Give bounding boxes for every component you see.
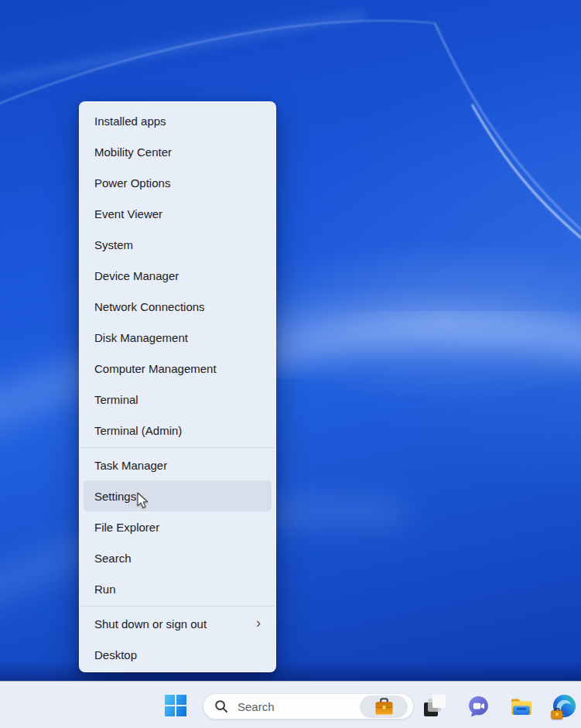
file-explorer-folder-icon (510, 696, 533, 716)
menu-item-search[interactable]: Search (84, 542, 272, 573)
task-view-button[interactable] (420, 691, 449, 720)
menu-item-shut-down-or-sign-out[interactable]: Shut down or sign out› (84, 608, 272, 639)
menu-item-label: Event Viewer (94, 207, 162, 220)
menu-item-power-options[interactable]: Power Options (84, 167, 272, 198)
work-briefcase-badge-icon (551, 708, 563, 719)
windows-logo-icon (165, 695, 186, 716)
taskbar-search-box[interactable]: Search (203, 693, 414, 719)
menu-item-event-viewer[interactable]: Event Viewer (84, 198, 272, 229)
start-button[interactable] (162, 692, 189, 719)
menu-item-computer-management[interactable]: Computer Management (84, 353, 272, 384)
menu-item-desktop[interactable]: Desktop (84, 639, 272, 670)
menu-item-system[interactable]: System (84, 229, 272, 260)
task-view-icon (423, 694, 446, 717)
menu-section: Task ManagerSettingsFile ExplorerSearchR… (80, 449, 275, 604)
menu-item-device-manager[interactable]: Device Manager (84, 260, 272, 291)
menu-item-mobility-center[interactable]: Mobility Center (84, 136, 272, 167)
menu-item-label: Mobility Center (94, 145, 172, 159)
menu-item-label: Terminal (Admin) (94, 424, 182, 437)
submenu-chevron-icon: › (256, 616, 261, 630)
search-icon (214, 699, 228, 713)
menu-item-label: Terminal (94, 393, 138, 406)
mouse-cursor-arrow (136, 492, 149, 509)
menu-item-disk-management[interactable]: Disk Management (84, 322, 272, 353)
menu-item-network-connections[interactable]: Network Connections (84, 291, 272, 322)
menu-item-label: Network Connections (94, 300, 205, 313)
winx-context-menu: Installed appsMobility CenterPower Optio… (79, 101, 276, 672)
menu-item-label: Shut down or sign out (94, 617, 207, 631)
menu-item-settings[interactable]: Settings (84, 480, 272, 511)
menu-item-label: Task Manager (94, 459, 167, 472)
menu-item-file-explorer[interactable]: File Explorer (84, 511, 272, 542)
briefcase-icon (374, 698, 394, 716)
menu-item-terminal[interactable]: Terminal (84, 384, 272, 415)
menu-item-label: Device Manager (94, 269, 179, 282)
search-placeholder: Search (238, 700, 275, 713)
menu-item-label: Installed apps (94, 114, 166, 128)
menu-item-terminal-admin[interactable]: Terminal (Admin) (84, 415, 272, 446)
menu-item-label: Disk Management (94, 331, 188, 344)
menu-item-label: System (94, 238, 133, 251)
menu-item-label: Desktop (94, 648, 137, 661)
file-explorer-button[interactable] (507, 691, 536, 720)
menu-item-task-manager[interactable]: Task Manager (84, 449, 272, 480)
search-highlights-button[interactable] (360, 696, 408, 718)
menu-separator (80, 606, 275, 607)
chat-button[interactable] (463, 691, 493, 720)
menu-section: Installed appsMobility CenterPower Optio… (80, 105, 275, 446)
menu-section: Shut down or sign out›Desktop (80, 608, 275, 670)
menu-item-installed-apps[interactable]: Installed apps (84, 105, 272, 136)
menu-item-label: Power Options (94, 176, 170, 190)
menu-item-label: Run (94, 583, 116, 596)
menu-item-label: File Explorer (94, 521, 159, 534)
menu-item-label: Settings (94, 490, 136, 503)
edge-button[interactable] (549, 691, 579, 720)
chat-video-icon (467, 695, 490, 717)
taskbar: Search (0, 681, 581, 728)
menu-item-label: Search (94, 552, 132, 565)
menu-separator (80, 447, 275, 448)
menu-item-label: Computer Management (94, 362, 217, 375)
menu-item-run[interactable]: Run (84, 573, 272, 604)
